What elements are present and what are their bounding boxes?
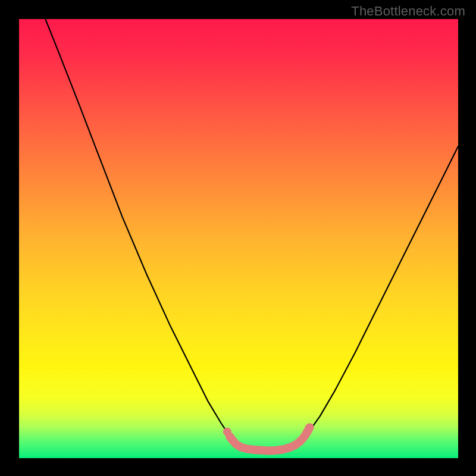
marker-dot xyxy=(226,433,234,441)
chart-frame: TheBottleneck.com xyxy=(0,0,476,476)
highlighted-markers xyxy=(223,424,313,451)
plot-area xyxy=(19,19,458,458)
watermark-label: TheBottleneck.com xyxy=(351,4,465,19)
marker-stroke xyxy=(230,427,309,450)
bottleneck-curve xyxy=(45,19,458,451)
marker-dot xyxy=(303,428,311,437)
curve-layer xyxy=(19,19,458,458)
